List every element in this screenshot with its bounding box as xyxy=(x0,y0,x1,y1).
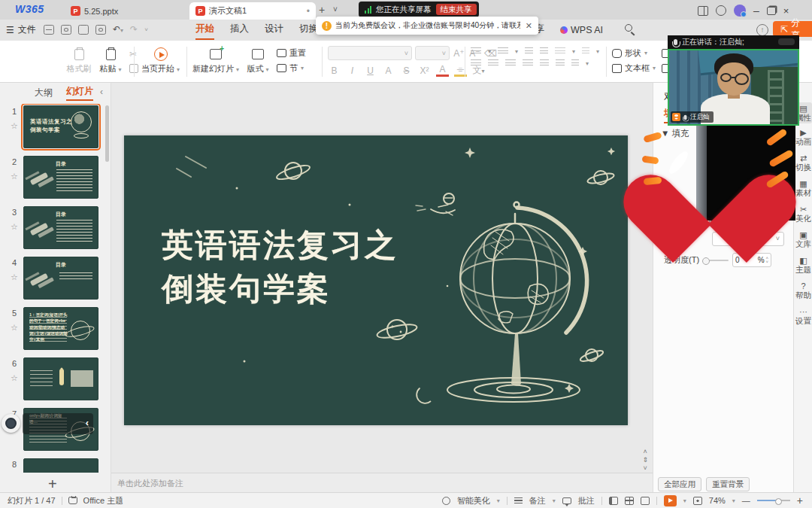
document-tab-active[interactable]: P 演示文稿1 • xyxy=(189,2,316,20)
undo-icon[interactable]: ↶▾ xyxy=(113,24,123,35)
align-center-icon[interactable] xyxy=(488,59,498,68)
increase-font-icon[interactable]: A⁺ xyxy=(453,48,465,59)
tab-list-caret-icon[interactable]: ˅ xyxy=(333,5,338,14)
rail-item-设置[interactable]: ··· 设置 xyxy=(795,307,812,325)
print-preview-icon[interactable] xyxy=(95,25,106,35)
smart-beautify-label[interactable]: 智能美化 xyxy=(457,495,490,506)
collapse-panel-icon[interactable]: ‹ xyxy=(100,87,103,97)
slide-title-line2[interactable]: 倒装句学案 xyxy=(162,268,331,310)
zoom-level[interactable]: 74% xyxy=(709,496,726,505)
notes-icon[interactable] xyxy=(514,497,523,504)
align-right-icon[interactable] xyxy=(505,59,516,68)
rail-item-素材[interactable]: ▦ 素材 xyxy=(795,179,812,197)
play-from-current-button[interactable]: 当页开始 ▾ xyxy=(141,47,180,75)
star-icon[interactable]: ☆ xyxy=(8,121,21,131)
zoom-out-button[interactable]: — xyxy=(742,496,750,505)
new-tab-button[interactable]: + xyxy=(319,4,325,16)
rail-item-动画[interactable]: ▶ 动画 xyxy=(795,128,812,146)
print-icon[interactable] xyxy=(78,25,89,35)
zoom-slider[interactable] xyxy=(757,500,790,501)
rail-item-美化[interactable]: ✂ 美化 xyxy=(795,205,812,223)
restore-button[interactable] xyxy=(767,7,776,15)
output-icon[interactable] xyxy=(61,25,71,35)
font-size-select[interactable]: ˅ xyxy=(415,46,450,60)
font-color-button[interactable]: A xyxy=(436,64,449,77)
sidebar-scrollbar[interactable] xyxy=(105,105,109,162)
line-spacing-icon[interactable] xyxy=(582,47,589,56)
text-direction-icon[interactable] xyxy=(555,47,565,56)
italic-button[interactable]: I xyxy=(346,65,359,76)
add-slide-button[interactable]: + xyxy=(48,476,57,493)
assistant-sphere-icon[interactable] xyxy=(716,5,726,16)
bold-button[interactable]: B xyxy=(328,65,341,76)
floating-meeting-widget[interactable]: ‹ xyxy=(2,412,93,435)
notes-placeholder[interactable]: 单击此处添加备注 xyxy=(111,473,653,492)
star-icon[interactable]: ☆ xyxy=(8,323,21,333)
increase-indent-icon[interactable] xyxy=(540,47,548,56)
tab-home[interactable]: 开始 xyxy=(195,23,214,40)
strikethrough-button[interactable]: S xyxy=(400,65,413,76)
save-icon[interactable] xyxy=(44,25,54,35)
slide-thumbnail[interactable]: 目录 xyxy=(23,257,98,300)
zoom-in-button[interactable]: + xyxy=(797,494,803,506)
sorter-view-icon[interactable] xyxy=(625,497,634,505)
decrease-indent-icon[interactable] xyxy=(525,47,533,56)
reading-view-icon[interactable] xyxy=(641,497,650,505)
slide-thumbnail[interactable]: 1：否定词(短语)开头的句子：否定词+be动词/助动词/情态动词+主语+谓语动词… xyxy=(23,307,98,350)
align-left-icon[interactable] xyxy=(471,59,481,68)
numbered-list-icon[interactable] xyxy=(498,47,508,56)
tab-slides[interactable]: 幻灯片 xyxy=(66,85,93,101)
end-share-button[interactable]: 结束共享 xyxy=(436,4,477,15)
tab-outline[interactable]: 大纲 xyxy=(35,87,53,99)
star-icon[interactable]: ☆ xyxy=(8,222,21,232)
normal-view-icon[interactable] xyxy=(609,497,618,505)
rail-item-主题[interactable]: ◧ 主题 xyxy=(795,256,812,274)
notes-label[interactable]: 备注 xyxy=(529,495,546,506)
rail-item-帮助[interactable]: ? 帮助 xyxy=(795,281,812,300)
superscript-button[interactable]: X² xyxy=(418,65,431,76)
star-icon[interactable]: ☆ xyxy=(8,373,21,383)
reset-background-button[interactable]: 重置背景 xyxy=(706,477,750,491)
paragraph-more-icon[interactable] xyxy=(571,59,579,68)
theme-name[interactable]: Office 主题 xyxy=(83,495,124,506)
slide-thumbnail[interactable] xyxy=(23,357,98,400)
apply-all-button[interactable]: 全部应用 xyxy=(658,477,701,491)
webcam-video-tile[interactable]: 汪启灿 xyxy=(668,49,799,126)
camera-bubble-icon[interactable] xyxy=(2,414,20,433)
fit-slide-icon[interactable] xyxy=(693,497,702,505)
comments-label[interactable]: 批注 xyxy=(578,495,595,506)
reset-slide-button[interactable]: 重置 xyxy=(277,47,306,59)
banner-close-icon[interactable]: ✕ xyxy=(526,21,532,31)
new-slide-button[interactable]: 新建幻灯片 ▾ xyxy=(192,47,239,75)
chevron-left-icon[interactable]: ‹ xyxy=(86,417,89,428)
font-name-select[interactable]: ˅ xyxy=(328,46,412,60)
redo-icon[interactable]: ↷ xyxy=(130,24,138,35)
tab-design[interactable]: 设计 xyxy=(265,23,283,40)
user-avatar[interactable] xyxy=(734,5,746,17)
star-icon[interactable]: ☆ xyxy=(8,272,21,282)
minimize-button[interactable]: – xyxy=(753,7,759,14)
tab-wps-ai[interactable]: WPS AI xyxy=(560,23,603,40)
slide-title-line1[interactable]: 英语语法复习之 xyxy=(162,224,398,266)
rail-item-切换[interactable]: ⇄ 切换 xyxy=(795,154,812,172)
format-painter-button[interactable]: 格式刷 xyxy=(66,47,92,75)
upload-status-icon[interactable]: ↑ xyxy=(756,24,768,36)
underline-button[interactable]: U xyxy=(364,65,377,76)
slideshow-play-button[interactable] xyxy=(664,495,677,506)
file-menu[interactable]: ☰文件 xyxy=(6,23,36,36)
star-icon[interactable]: ☆ xyxy=(8,172,21,181)
rail-item-文库[interactable]: ▣ 文库 xyxy=(795,230,812,248)
shapes-button[interactable]: 形状 ▾ xyxy=(612,47,656,59)
more-caret-icon[interactable]: ˅ xyxy=(144,26,148,33)
char-border-button[interactable]: A xyxy=(382,65,395,76)
bullet-list-icon[interactable] xyxy=(471,47,481,56)
slide-layout-button[interactable]: 版式 ▾ xyxy=(245,47,271,75)
slide-thumbnail[interactable]: 目录 xyxy=(23,156,98,199)
distribute-icon[interactable] xyxy=(540,59,549,68)
slide-nav-arrows[interactable]: ˄⇕˅ xyxy=(642,449,648,472)
split-view-icon[interactable] xyxy=(698,6,708,16)
slide-canvas[interactable]: 英语语法复习之 倒装句学案 xyxy=(124,135,628,425)
smart-beautify-icon[interactable] xyxy=(442,497,450,505)
section-button[interactable]: 节 ▾ xyxy=(277,62,306,74)
slide-thumbnail[interactable]: 目录 xyxy=(23,206,98,249)
